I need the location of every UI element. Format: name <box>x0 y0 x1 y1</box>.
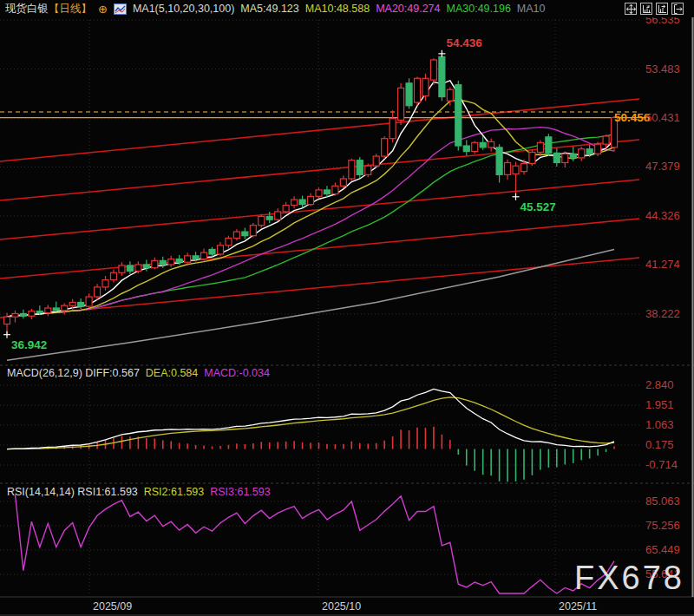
chart-canvas[interactable]: 36.94254.43645.52750.45656.53553.48350.4… <box>0 17 694 616</box>
svg-text:53.483: 53.483 <box>645 62 680 75</box>
svg-text:41.274: 41.274 <box>645 258 680 271</box>
svg-text:2025/10: 2025/10 <box>322 600 361 613</box>
svg-text:2025/09: 2025/09 <box>93 600 132 613</box>
svg-text:0.175: 0.175 <box>645 438 674 451</box>
svg-text:36.942: 36.942 <box>11 338 47 351</box>
candles-layer <box>4 54 618 335</box>
price-gridlines <box>0 20 694 615</box>
svg-text:47.379: 47.379 <box>645 160 680 173</box>
macd-diff-line <box>7 389 614 449</box>
watermark: FX678 <box>574 560 684 597</box>
svg-text:54.436: 54.436 <box>446 36 482 49</box>
svg-text:85.063: 85.063 <box>645 495 680 508</box>
rsi-params-label: RSI(14,14,14) RSI1:61.593 RSI2:61.593 RS… <box>7 486 271 498</box>
symbol-name: 现货白银 <box>5 2 49 16</box>
svg-text:75.256: 75.256 <box>645 519 680 532</box>
move-icon[interactable] <box>625 3 637 15</box>
ma5-value: MA5:49.123 <box>240 3 298 15</box>
crosshair-toggle-icon[interactable]: ⊕ <box>98 3 108 15</box>
pane-exit-icon[interactable] <box>671 3 684 15</box>
svg-text:2025/11: 2025/11 <box>559 600 597 613</box>
rsi-panel-title: RSI(14,14,14) RSI1:61.593 RSI2:61.593 RS… <box>7 486 271 498</box>
svg-text:65.449: 65.449 <box>645 543 680 556</box>
macd-panel-title: MACD(26,12,9) DIFF:0.567 DEA:0.584 MACD:… <box>7 367 270 379</box>
svg-text:-0.714: -0.714 <box>645 458 678 471</box>
macd-axis-labels: 2.8401.9511.0630.175-0.714 <box>645 378 678 471</box>
trading-chart-window: 现货白银【日线】 ⊕ MA1(5,10,20,30,100) MA5:49.12… <box>0 0 694 616</box>
svg-text:2.840: 2.840 <box>645 378 674 391</box>
pane-indicator-right-icon[interactable] <box>656 3 668 15</box>
chart-header: 现货白银【日线】 ⊕ MA1(5,10,20,30,100) MA5:49.12… <box>0 0 694 17</box>
ma-settings-label: MA1(5,10,20,30,100) <box>133 3 234 15</box>
macd-params-label: MACD(26,12,9) DIFF:0.567 DEA:0.584 MACD:… <box>7 367 270 379</box>
rsi-line <box>15 495 614 593</box>
pane-indicator-up-icon[interactable] <box>640 3 652 15</box>
svg-text:44.326: 44.326 <box>645 209 680 222</box>
price-axis-labels: 56.53553.48350.43147.37944.32641.27438.2… <box>645 17 680 320</box>
date-axis-labels: 2025/092025/102025/11 <box>93 600 597 613</box>
svg-text:56.535: 56.535 <box>645 17 680 26</box>
ma30-value: MA30:49.196 <box>447 3 511 15</box>
ma10-value: MA10:48.588 <box>305 3 370 15</box>
svg-text:1.951: 1.951 <box>645 398 674 411</box>
svg-text:45.527: 45.527 <box>520 200 556 213</box>
ma20-value: MA20:49.274 <box>376 3 440 15</box>
chart-style-icon[interactable] <box>114 3 127 15</box>
period-label: 【日线】 <box>49 2 92 16</box>
chart-toolbar <box>625 3 684 15</box>
svg-text:38.222: 38.222 <box>645 307 680 320</box>
price-level-lines <box>0 112 646 118</box>
svg-text:50.431: 50.431 <box>645 111 680 124</box>
macd-histogram <box>15 427 614 482</box>
svg-text:1.063: 1.063 <box>645 418 674 431</box>
ma100-label: MA10 <box>517 3 546 15</box>
